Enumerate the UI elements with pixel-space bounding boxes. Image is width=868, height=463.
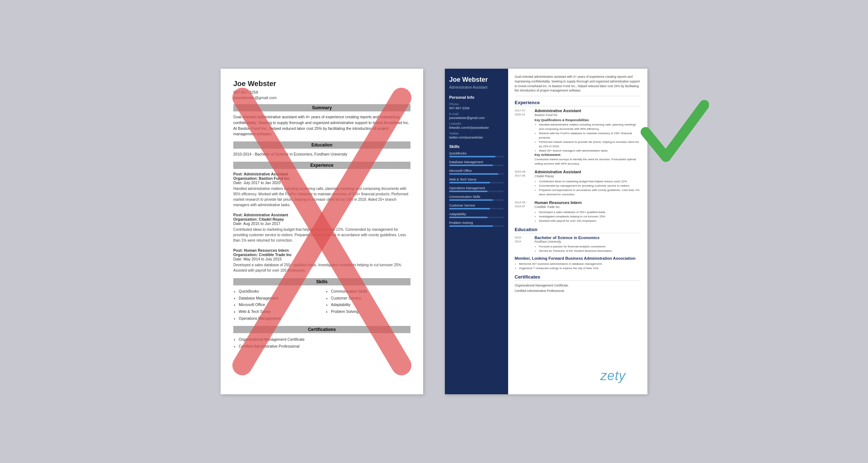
linkedin-label: LinkedIn: [449, 122, 504, 126]
skill-8: Adaptability: [331, 302, 410, 308]
exp3-desc: Developed a sales database of 250+ quali…: [233, 262, 410, 273]
edu-b2: Served as Treasurer of the Student Busin…: [539, 249, 613, 253]
personal-info-label: Personal Info: [449, 95, 504, 99]
exp1-achievement: Conducted market surveys to identify the…: [535, 157, 641, 166]
skill-bars: QuickBooks Database Management Microsoft…: [449, 152, 504, 227]
skill-4: Web & Tech Savvy: [239, 309, 318, 315]
exp1-b1: Handled administrative matters including…: [539, 123, 641, 131]
exp1-bullets: Handled administrative matters including…: [535, 123, 641, 153]
exp2-desc: Contributed ideas to marketing budget th…: [233, 227, 410, 243]
certs-section-title: Certificates: [515, 274, 641, 281]
right-cert-2: Certified Administrative Professional.: [515, 288, 641, 294]
exp3-b1: Developed a sales database of 250+ quali…: [539, 210, 641, 214]
exp3-org: Organization: Credible Trade Inc: [233, 252, 410, 257]
right-summary: Goal-oriented administrative assistant w…: [515, 75, 641, 96]
skill-7: Customer Service: [331, 295, 410, 301]
exp1-org: Organization: Bastion Fund Inc: [233, 176, 410, 180]
exp1-achievement-label: Key Achievement:: [535, 153, 641, 157]
sidebar-skill-4: Operations Management: [449, 186, 504, 192]
exp3-bullets: Developed a sales database of 250+ quali…: [535, 210, 641, 223]
sidebar-skill-1: Database Management: [449, 160, 504, 166]
member-bullets: Mentored 30+ business administrators in …: [515, 262, 641, 271]
left-name: Joe Webster: [233, 80, 410, 88]
exp2-company: Citadel Repay: [535, 174, 641, 178]
exp1-date-col: 2017-07 - 2020-01: [515, 109, 531, 166]
skills-header: Skills: [233, 278, 410, 285]
edu-content: Bachelor of Science in Economics Fordham…: [535, 235, 613, 253]
skill-1: QuickBooks: [239, 288, 318, 294]
exp3-company: Credible Trade Inc.: [535, 205, 641, 209]
exp1-b2: Worked with the FoxPro database to maint…: [539, 131, 641, 140]
exp2-b2: Commended by management for providing cu…: [539, 184, 641, 188]
exp1-date: Date: July 2017 to Jan 2020: [233, 180, 410, 185]
exp2-org: Organization: Citadel Repay: [233, 217, 410, 221]
sidebar-skill-5: Communication Skills: [449, 195, 504, 201]
sidebar-skill-3: Web & Tech Savvy: [449, 178, 504, 183]
right-exp-1: 2017-07 - 2020-01 Administrative Assista…: [515, 109, 641, 166]
skills-grid: QuickBooks Communication Skills Database…: [233, 288, 410, 322]
edu-b1: Pursued a passion for financial analysis…: [539, 245, 613, 249]
exp1-company: Bastion Fund Inc: [535, 113, 641, 117]
exp2-date: Date: Aug 2015 to Jun 2017: [233, 221, 410, 226]
member-title: Member, Looking Forward Business Adminis…: [515, 256, 641, 260]
education-header: Education: [233, 141, 410, 149]
edu-entry: 2010 - 2014 Bachelor of Science in Econo…: [515, 235, 641, 253]
sidebar-skill-2: Microsoft Office: [449, 169, 504, 175]
exp1-post: Post: Administrative Assistant: [233, 172, 410, 176]
right-exp-2: 2015-08 - 2017-06 Administrative Assista…: [515, 170, 641, 197]
exp1-title: Administrative Assistant: [535, 109, 641, 113]
exp1-content: Administrative Assistant Bastion Fund In…: [535, 109, 641, 166]
resume-left: Joe Webster 907-867-3258 joezwebster@gma…: [221, 69, 423, 394]
cert-2: Certified Administrative Professional: [239, 343, 410, 350]
sidebar-skill-6: Customer Service: [449, 204, 504, 209]
cert-1: Organizational Management Certificate: [239, 336, 410, 343]
exp2-post: Post: Administrative Assistant: [233, 213, 410, 217]
skill-3: Microsoft Office: [239, 302, 318, 308]
exp3-date-col: 2014-05 - 2015-07: [515, 200, 531, 223]
summary-text: Goal-oriented administrative assistant w…: [233, 114, 410, 137]
exp2-date-col: 2015-08 - 2017-06: [515, 170, 531, 197]
right-name: Joe Webster: [449, 76, 504, 84]
experience-header: Experience: [233, 162, 410, 169]
edu-section-title: Education: [515, 227, 641, 233]
skills-section-label: Skills: [449, 144, 504, 149]
sidebar-linkedin: linkedin.com/in/joezwebster: [449, 126, 504, 129]
exp2-b3: Prepared correspondence in accordance wi…: [539, 188, 641, 197]
exp1-desc: Handled administrative matters including…: [233, 186, 410, 208]
exp1-subtitle: Key Qualifications & Responsibilities: [535, 118, 641, 122]
resume-right: Joe Webster Administrative Assistant Per…: [445, 69, 647, 394]
exp3-b2: Investigated complaints helping to cut t…: [539, 214, 641, 219]
summary-header: Summary: [233, 104, 410, 111]
email-label: E-mail: [449, 112, 504, 116]
exp3-content: Human Resources Intern Credible Trade In…: [535, 200, 641, 223]
exp3-title: Human Resources Intern: [535, 200, 641, 205]
sidebar-skill-7: Adaptability: [449, 212, 504, 218]
exp2-bullets: Contributed ideas to marketing budget th…: [535, 179, 641, 197]
edu-school: Fordham University: [535, 240, 613, 243]
exp-section-title: Experience: [515, 100, 641, 106]
left-email: joezwebster@gmail.com: [233, 95, 410, 100]
exp2-title: Administrative Assistant: [535, 170, 641, 174]
member-b1: Mentored 30+ business administrators in …: [519, 262, 641, 266]
sidebar-email: joezwebster@gmail.com: [449, 116, 504, 120]
exp1-b4: Aided 20+ branch managers with administr…: [539, 149, 641, 153]
exp2-b1: Contributed ideas to marketing budget th…: [539, 179, 641, 184]
sidebar-phone: 907-867-3258: [449, 106, 504, 110]
zety-logo: zety: [600, 368, 626, 383]
member-b2: Organized 7 restaurant outings to explor…: [519, 266, 641, 271]
skill-2: Database Management: [239, 295, 318, 301]
edu-degree: Bachelor of Science in Economics: [535, 235, 613, 240]
right-exp-3: 2014-05 - 2015-07 Human Resources Intern…: [515, 200, 641, 223]
exp3-b3: Assisted with payroll for over 100 emplo…: [539, 219, 641, 223]
exp3-post: Post: Human Resources Intern: [233, 248, 410, 252]
left-phone: 907-867-3258: [233, 90, 410, 94]
right-cert-1: Organizational Management Certificate.: [515, 283, 641, 288]
edu-date: 2010 - 2014: [515, 235, 531, 253]
edu-bullets: Pursued a passion for financial analysis…: [535, 245, 613, 253]
certs-header: Certifications: [233, 326, 410, 333]
education-text: 2010-2014 - Bachelor of Science in Econo…: [233, 152, 410, 157]
left-exp-1: Post: Administrative Assistant Organizat…: [233, 172, 410, 208]
skill-9: Problem Solving: [331, 309, 410, 315]
cert-list: Organizational Management Certificate Ce…: [233, 336, 410, 350]
skill-5: Operations Management: [239, 315, 318, 322]
